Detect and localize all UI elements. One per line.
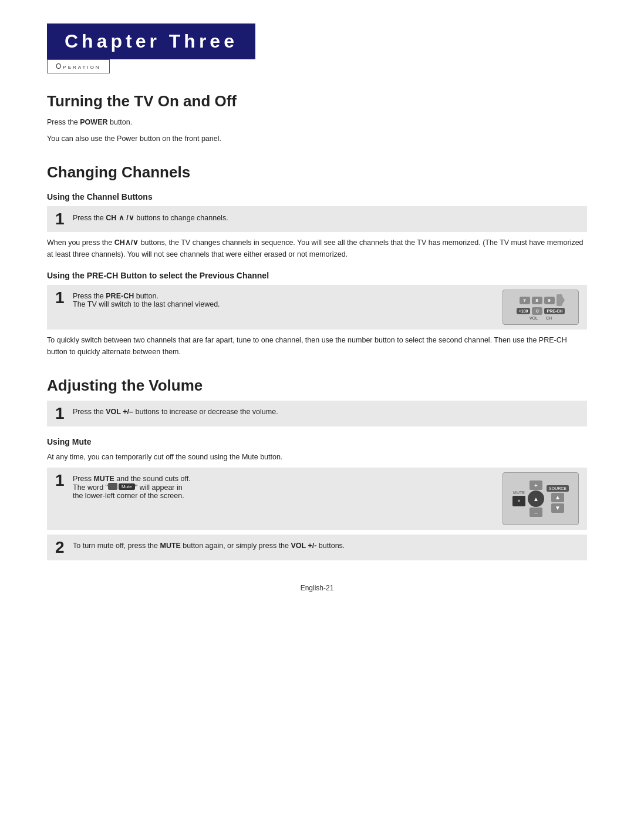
- page-number: English-21: [301, 584, 334, 592]
- operation-subtitle: Operation: [47, 59, 110, 73]
- mute-icon-inline: [108, 483, 117, 490]
- mute2-bold: MUTE: [160, 542, 180, 550]
- section-title-changing-channels: Changing Channels: [47, 163, 587, 182]
- ch-down-btn: ▼: [551, 503, 564, 513]
- remote-btn-0: 0: [532, 307, 542, 315]
- remote-btn-prech: PRE-CH: [544, 308, 565, 314]
- remote-image-prech: 7 8 9 +100 0 PRE-CH VOL CH: [503, 290, 579, 325]
- step-number-mute2: 2: [55, 539, 67, 556]
- step-content-prech: Press the PRE-CH button. The TV will swi…: [73, 290, 503, 308]
- mute-bold: MUTE: [93, 475, 114, 483]
- step-number-vol1: 1: [55, 405, 67, 422]
- mute-icon-btn: ✕: [512, 496, 525, 506]
- chapter-title-box: Chapter Three: [47, 23, 255, 59]
- turning-tv-body2: You can also use the Power button on the…: [47, 133, 587, 145]
- step-content-ch1: Press the CH ∧ /∨ buttons to change chan…: [73, 211, 579, 222]
- nav-circle: ▲: [528, 490, 544, 507]
- step-prech-left: 1 Press the PRE-CH button. The TV will s…: [55, 290, 503, 308]
- step-box-vol1: 1 Press the VOL +/– buttons to increase …: [47, 401, 587, 426]
- remote-ch-label: CH: [546, 316, 552, 320]
- step-content-mute1: Press MUTE and the sound cuts off. The w…: [73, 472, 503, 500]
- source-btn: SOURCE: [547, 485, 569, 492]
- section-title-turning-tv: Turning the TV On and Off: [47, 92, 587, 110]
- power-bold: POWER: [80, 118, 107, 126]
- step-mute1-left: 1 Press MUTE and the sound cuts off. The…: [55, 472, 503, 500]
- remote-btn-9: 9: [544, 297, 555, 304]
- mute-body: At any time, you can temporarily cut off…: [47, 451, 587, 463]
- mute-tag-inline: Mute: [119, 483, 135, 490]
- vol-up-btn: +: [530, 481, 542, 490]
- section-changing-channels: Changing Channels Using the Channel Butt…: [47, 163, 587, 358]
- step-box-mute1: 1 Press MUTE and the sound cuts off. The…: [47, 468, 587, 530]
- vol-down-btn: –: [530, 508, 542, 517]
- section-adjusting-volume: Adjusting the Volume 1 Press the VOL +/–…: [47, 377, 587, 560]
- remote-btn-8: 8: [532, 297, 542, 304]
- subsection-title-channel-buttons: Using the Channel Buttons: [47, 192, 587, 201]
- vol-bold2: VOL +/-: [291, 542, 317, 550]
- vol-bold: VOL +/–: [106, 408, 133, 416]
- chapter-title: Chapter Three: [65, 31, 238, 52]
- turning-tv-body1: Press the POWER button.: [47, 116, 587, 128]
- step-number-prech: 1: [55, 290, 67, 306]
- step-box-mute2: 2 To turn mute off, press the MUTE butto…: [47, 535, 587, 560]
- chapter-header: Chapter Three Operation: [47, 23, 587, 73]
- changing-channels-body2: To quickly switch between two channels t…: [47, 334, 587, 358]
- section-title-adjusting-volume: Adjusting the Volume: [47, 377, 587, 395]
- ch-arrows-bold: CH∧/∨: [114, 238, 139, 247]
- remote-vol-label: VOL: [530, 316, 538, 320]
- step-number-ch1: 1: [55, 211, 67, 227]
- section-turning-tv: Turning the TV On and Off Press the POWE…: [47, 92, 587, 145]
- remote-btn-7: 7: [520, 297, 530, 304]
- ch-up-btn: ▲: [551, 493, 564, 502]
- changing-channels-body1: When you press the CH∧/∨ buttons, the TV…: [47, 237, 587, 260]
- step-box-prech: 1 Press the PRE-CH button. The TV will s…: [47, 285, 587, 330]
- step-number-mute1: 1: [55, 472, 67, 489]
- remote-image-mute: MUTE ✕ + ▲ – SOURCE ▲ ▼: [503, 472, 579, 525]
- page-footer: English-21: [47, 584, 587, 592]
- subsection-title-prech: Using the PRE-CH Button to select the Pr…: [47, 271, 587, 280]
- operation-subtitle-text: Operation: [56, 62, 101, 70]
- step-content-vol1: Press the VOL +/– buttons to increase or…: [73, 405, 579, 416]
- ch-buttons-bold: CH ∧ /∨: [106, 214, 134, 222]
- remote-btn-100: +100: [517, 308, 531, 314]
- step-box-ch1: 1 Press the CH ∧ /∨ buttons to change ch…: [47, 206, 587, 232]
- step-content-mute2: To turn mute off, press the MUTE button …: [73, 539, 579, 550]
- prech-bold: PRE-CH: [106, 292, 134, 300]
- mute-label: MUTE: [513, 490, 525, 495]
- subsection-title-mute: Using Mute: [47, 437, 587, 446]
